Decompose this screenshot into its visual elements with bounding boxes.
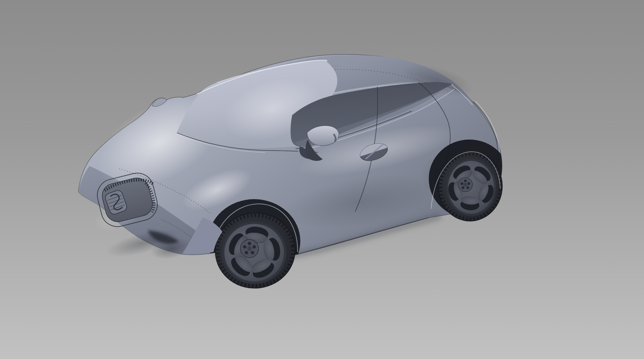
render-viewport: SEAT concept hatchback 3D model: [0, 0, 644, 359]
car-render: [0, 0, 644, 359]
rear-hub: [458, 177, 472, 192]
front-hub: [240, 239, 259, 258]
